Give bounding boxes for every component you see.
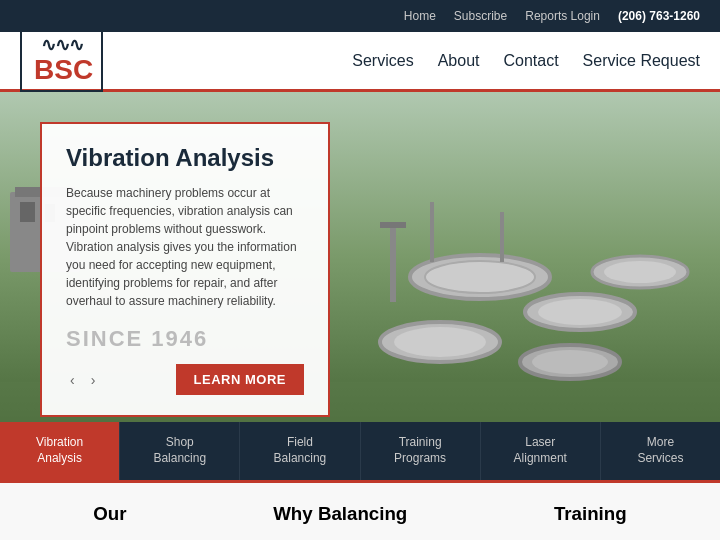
svg-rect-18 [430, 202, 434, 262]
tab-vibration-analysis-label: VibrationAnalysis [36, 435, 83, 466]
svg-rect-17 [380, 222, 406, 228]
nav-services[interactable]: Services [352, 52, 413, 70]
svg-point-9 [538, 299, 622, 325]
main-nav: Services About Contact Service Request [352, 52, 700, 70]
svg-point-13 [532, 350, 608, 374]
svg-rect-16 [390, 222, 396, 302]
logo[interactable]: ∿∿∿ BSC [20, 30, 103, 92]
nav-arrows: ‹ › [66, 370, 99, 390]
bottom-training: Training [554, 503, 627, 520]
nav-service-request[interactable]: Service Request [583, 52, 700, 70]
tab-training-programs-label: TrainingPrograms [394, 435, 446, 466]
bottom-section: Our Why Balancing Training [0, 480, 720, 540]
header: ∿∿∿ BSC Services About Contact Service R… [0, 32, 720, 92]
logo-bsc: BSC [34, 54, 93, 86]
nav-about[interactable]: About [438, 52, 480, 70]
tab-laser-alignment-label: LaserAlignment [514, 435, 567, 466]
services-bar: VibrationAnalysis ShopBalancing FieldBal… [0, 422, 720, 480]
reports-login-link[interactable]: Reports Login [525, 9, 600, 23]
learn-more-button[interactable]: LEARN MORE [176, 364, 304, 395]
bottom-our: Our [93, 503, 126, 520]
svg-point-15 [604, 261, 676, 283]
hero-card-body: Because machinery problems occur at spec… [66, 184, 304, 310]
svg-rect-3 [20, 202, 35, 222]
hero-card: Vibration Analysis Because machinery pro… [40, 122, 330, 417]
tab-more-services[interactable]: MoreServices [601, 422, 720, 480]
svg-point-11 [394, 327, 486, 357]
logo-wave: ∿∿∿ [41, 36, 83, 54]
phone-number: (206) 763-1260 [618, 9, 700, 23]
tab-laser-alignment[interactable]: LaserAlignment [481, 422, 601, 480]
prev-arrow-button[interactable]: ‹ [66, 370, 79, 390]
tab-field-balancing[interactable]: FieldBalancing [240, 422, 360, 480]
tab-training-programs[interactable]: TrainingPrograms [361, 422, 481, 480]
tab-shop-balancing[interactable]: ShopBalancing [120, 422, 240, 480]
nav-contact[interactable]: Contact [503, 52, 558, 70]
since-text: SINCE 1946 [66, 326, 304, 352]
tab-more-services-label: MoreServices [637, 435, 683, 466]
home-link[interactable]: Home [404, 9, 436, 23]
svg-rect-19 [500, 212, 504, 262]
hero-card-title: Vibration Analysis [66, 144, 304, 172]
next-arrow-button[interactable]: › [87, 370, 100, 390]
tab-shop-balancing-label: ShopBalancing [153, 435, 206, 466]
hero-section: Vibration Analysis Because machinery pro… [0, 92, 720, 422]
tab-vibration-analysis[interactable]: VibrationAnalysis [0, 422, 120, 480]
subscribe-link[interactable]: Subscribe [454, 9, 507, 23]
bottom-why-balancing: Why Balancing [273, 503, 407, 520]
tab-field-balancing-label: FieldBalancing [274, 435, 327, 466]
top-bar: Home Subscribe Reports Login (206) 763-1… [0, 0, 720, 32]
card-footer: ‹ › LEARN MORE [66, 364, 304, 395]
